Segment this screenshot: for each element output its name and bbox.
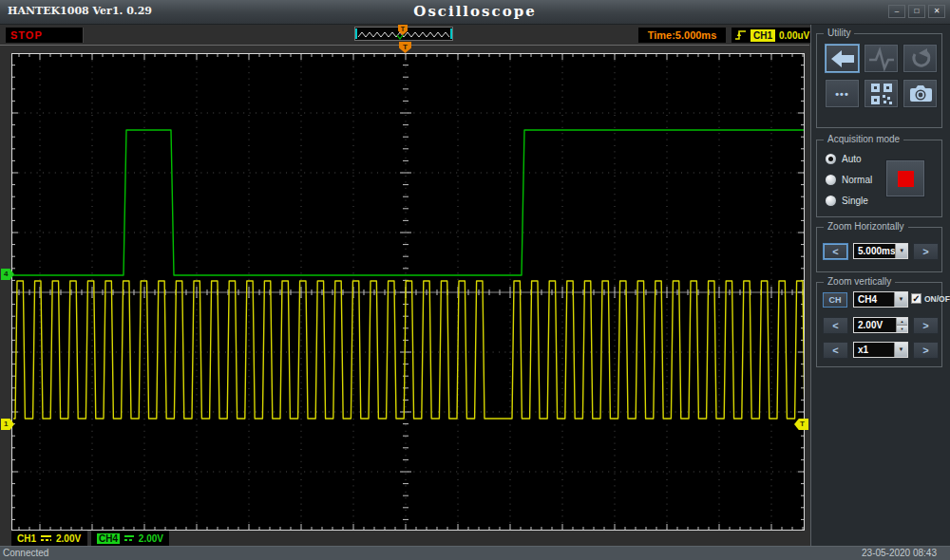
radio-dot[interactable] — [826, 154, 836, 164]
ch4-scale: 2.00V — [139, 533, 163, 544]
stop-button[interactable]: STOP — [6, 28, 84, 43]
qr-code-button[interactable] — [864, 79, 899, 108]
spinner-buttons: ▲ ▼ — [896, 318, 907, 332]
scope-area: STOP T Time:5.000ms CH1 0.00uV T 4 1 — [0, 25, 809, 546]
undo-icon — [908, 47, 933, 70]
qr-code-icon — [870, 83, 893, 105]
timebase-decrease-button[interactable]: < — [823, 243, 848, 260]
spin-up-icon[interactable]: ▲ — [897, 318, 907, 325]
volts-increase-button[interactable]: > — [913, 317, 939, 334]
back-arrow-icon — [829, 47, 856, 70]
rising-edge-trigger-icon — [734, 28, 747, 42]
control-panel: Utility ••• — [810, 25, 950, 546]
more-options-button[interactable]: ••• — [825, 79, 860, 108]
radio-single[interactable]: Single — [826, 196, 868, 206]
multiplier-decrease-button[interactable]: < — [823, 342, 848, 359]
camera-icon — [907, 84, 933, 103]
trigger-position-marker[interactable]: T — [399, 42, 411, 53]
trigger-source-badge[interactable]: CH1 — [750, 29, 775, 42]
spin-down-icon[interactable]: ▼ — [897, 325, 907, 332]
maximize-button[interactable]: □ — [908, 5, 925, 18]
title-bar: HANTEK1008 Ver1. 0.29 Oscilloscope – □ ✕ — [0, 0, 950, 25]
trigger-level-value: 0.00uV — [779, 30, 809, 41]
radio-dot[interactable] — [826, 175, 836, 185]
zoom-vertical-group: Zoom vertically CH CH4 ▼ ✓ ON/OFF < 2.00… — [816, 282, 942, 367]
oscilloscope-app: HANTEK1008 Ver1. 0.29 Oscilloscope – □ ✕… — [0, 0, 950, 560]
stop-square-icon — [898, 171, 914, 187]
close-button[interactable]: ✕ — [928, 5, 945, 18]
channel-select[interactable]: CH4 ▼ — [853, 291, 908, 308]
utility-group-label: Utility — [824, 28, 854, 38]
timebase-increase-button[interactable]: > — [913, 243, 939, 260]
channel-button[interactable]: CH — [823, 292, 847, 308]
channel-onoff[interactable]: ✓ ON/OFF — [911, 293, 950, 304]
waveform-tool-button[interactable] — [864, 44, 899, 73]
page-title: Oscilloscope — [0, 3, 950, 20]
chevron-down-icon[interactable]: ▼ — [894, 292, 907, 307]
onoff-checkbox[interactable]: ✓ — [911, 293, 922, 304]
status-bar: Connected 23-05-2020 08:43 — [0, 546, 950, 560]
run-stop-button[interactable] — [885, 159, 925, 197]
volts-per-div-stepper[interactable]: 2.00V ▲ ▼ — [853, 317, 908, 333]
waveform-display[interactable] — [11, 53, 805, 531]
volts-decrease-button[interactable]: < — [823, 317, 848, 334]
multiplier-select[interactable]: x1 ▼ — [853, 342, 908, 358]
zoom-vertical-label: Zoom vertically — [824, 276, 895, 287]
chevron-down-icon[interactable]: ▼ — [895, 244, 907, 258]
screenshot-button[interactable] — [902, 79, 938, 108]
ch1-label[interactable]: CH1 2.00V — [11, 531, 87, 546]
minimize-button[interactable]: – — [888, 5, 905, 18]
chevron-down-icon[interactable]: ▼ — [894, 343, 907, 357]
more-dots-icon: ••• — [835, 88, 849, 100]
ch4-label[interactable]: CH4 2.00V — [91, 531, 169, 546]
ch1-scale: 2.00V — [56, 533, 81, 544]
zoom-horizontal-label: Zoom Horizontally — [824, 221, 908, 232]
back-button[interactable] — [825, 44, 860, 73]
scope-grid-and-traces — [12, 54, 804, 530]
ch4-id: CH4 — [97, 533, 120, 544]
radio-dot[interactable] — [826, 196, 836, 206]
trigger-readout: CH1 0.00uV — [732, 28, 812, 43]
timebase-select[interactable]: 5.000ms ▼ — [853, 243, 908, 259]
channel-label-row: CH1 2.00V CH4 2.00V — [0, 531, 809, 546]
acquisition-group: Acquisition mode Auto Normal Single — [816, 140, 942, 217]
zoom-horizontal-group: Zoom Horizontally < 5.000ms ▼ > — [816, 227, 942, 272]
dc-coupling-icon — [124, 535, 134, 541]
acquisition-group-label: Acquisition mode — [824, 134, 903, 144]
utility-group: Utility ••• — [816, 33, 942, 128]
radio-normal[interactable]: Normal — [826, 175, 872, 185]
capture-preview-strip[interactable]: T — [354, 27, 453, 41]
pulse-icon — [867, 47, 896, 71]
undo-button[interactable] — [902, 44, 938, 73]
timebase-readout: Time:5.000ms — [638, 28, 726, 43]
datetime: 23-05-2020 08:43 — [862, 548, 937, 558]
dc-coupling-icon — [41, 535, 51, 541]
ch1-id: CH1 — [17, 533, 36, 544]
radio-auto[interactable]: Auto — [826, 154, 862, 164]
connection-status: Connected — [3, 548, 48, 558]
window-controls: – □ ✕ — [888, 5, 945, 18]
multiplier-increase-button[interactable]: > — [913, 342, 939, 359]
